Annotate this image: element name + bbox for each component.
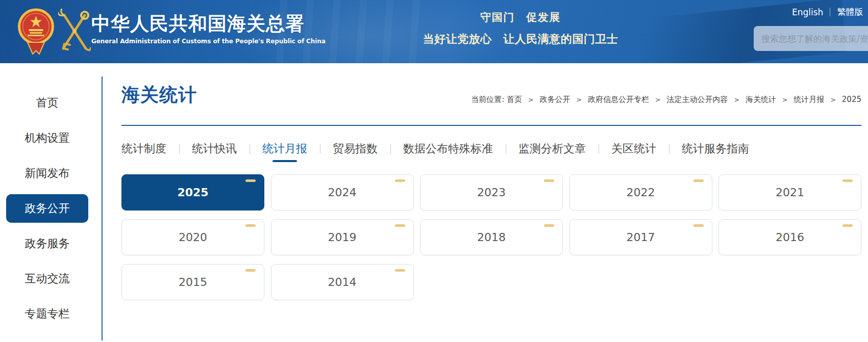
sidebar-item-gov-services[interactable]: 政务服务 — [6, 229, 88, 258]
breadcrumb-separator: > — [782, 96, 788, 103]
breadcrumb-link-customs-statistics[interactable]: 海关统计 — [746, 95, 776, 104]
site-title: 中华人民共和国海关总署 — [91, 14, 326, 34]
breadcrumb-prefix: 当前位置: — [471, 95, 504, 104]
national-emblem-icon — [17, 6, 55, 59]
year-card-2017[interactable]: 2017 — [569, 219, 712, 255]
site-branding: 中华人民共和国海关总署 General Administration of Cu… — [91, 14, 326, 45]
site-subtitle: General Administration of Customs of the… — [91, 38, 326, 45]
year-card-2020[interactable]: 2020 — [121, 219, 264, 255]
site-header: 中华人民共和国海关总署 General Administration of Cu… — [0, 0, 868, 63]
search-input[interactable] — [754, 34, 868, 44]
lang-divider — [830, 8, 830, 16]
tab-data-release-standards[interactable]: 数据公布特殊标准 — [390, 142, 506, 156]
year-card-2025[interactable]: 2025 — [121, 174, 264, 211]
sidebar-item-news[interactable]: 新闻发布 — [6, 159, 88, 188]
language-switcher: English 繁體版 — [792, 6, 868, 18]
breadcrumb-link-monthly-report[interactable]: 统计月报 — [793, 95, 824, 104]
year-card-2014[interactable]: 2014 — [271, 264, 414, 300]
breadcrumb: 当前位置: 首页 > 政务公开 > 政府信息公开专栏 > 法定主动公开内容 > … — [471, 95, 861, 104]
breadcrumb-link-gov-disclosure[interactable]: 政务公开 — [539, 95, 570, 104]
year-card-2015[interactable]: 2015 — [121, 264, 264, 300]
tab-monitoring-analysis[interactable]: 监测分析文章 — [506, 142, 599, 156]
lang-link-english[interactable]: English — [792, 7, 823, 17]
sidebar-item-gov-disclosure[interactable]: 政务公开 — [6, 194, 88, 223]
title-divider-line — [121, 125, 861, 126]
breadcrumb-separator: > — [576, 96, 582, 103]
breadcrumb-separator: > — [655, 96, 661, 103]
customs-key-caduceus-icon — [58, 9, 91, 56]
breadcrumb-link-info-disclosure-column[interactable]: 政府信息公开专栏 — [588, 95, 649, 104]
sidebar-item-home[interactable]: 首页 — [6, 89, 88, 117]
year-card-2023[interactable]: 2023 — [420, 174, 563, 211]
sidebar-item-special-topics[interactable]: 专题专栏 — [6, 300, 88, 328]
slogan-line-2: 当好让党放心 让人民满意的国门卫士 — [423, 32, 618, 47]
year-card-2022[interactable]: 2022 — [569, 174, 712, 211]
page-title: 海关统计 — [121, 83, 197, 108]
sidebar-item-interaction[interactable]: 互动交流 — [6, 265, 88, 293]
year-card-grid: 2025 2024 2023 2022 2021 2020 2019 2018 … — [121, 174, 861, 300]
breadcrumb-separator: > — [528, 96, 534, 103]
slogan-line-1: 守国门 促发展 — [423, 10, 618, 24]
year-card-2024[interactable]: 2024 — [271, 174, 414, 211]
sidebar-item-organization[interactable]: 机构设置 — [6, 124, 88, 152]
main-content: 海关统计 当前位置: 首页 > 政务公开 > 政府信息公开专栏 > 法定主动公开… — [121, 63, 861, 342]
breadcrumb-separator: > — [830, 96, 836, 103]
breadcrumb-separator: > — [734, 96, 739, 103]
breadcrumb-link-legal-disclosure[interactable]: 法定主动公开内容 — [666, 95, 728, 104]
statistics-tabs: 统计制度 统计快讯 统计月报 贸易指数 数据公布特殊标准 监测分析文章 关区统计… — [121, 142, 762, 156]
year-card-2018[interactable]: 2018 — [420, 219, 563, 255]
sidebar-nav: 首页 机构设置 新闻发布 政务公开 政务服务 互动交流 专题专栏 — [0, 63, 102, 342]
year-card-2016[interactable]: 2016 — [718, 219, 861, 255]
search-box — [754, 26, 868, 51]
lang-link-traditional-chinese[interactable]: 繁體版 — [837, 6, 863, 18]
tab-statistics-express[interactable]: 统计快讯 — [179, 142, 250, 156]
year-card-2019[interactable]: 2019 — [271, 219, 414, 255]
breadcrumb-link-home[interactable]: 首页 — [507, 95, 522, 104]
breadcrumb-current-year[interactable]: 2025 — [842, 95, 861, 104]
tab-district-statistics[interactable]: 关区统计 — [599, 142, 669, 156]
tab-statistics-system[interactable]: 统计制度 — [121, 142, 179, 156]
tab-trade-index[interactable]: 贸易指数 — [320, 142, 390, 156]
tab-statistics-service-guide[interactable]: 统计服务指南 — [669, 142, 762, 156]
tab-monthly-report[interactable]: 统计月报 — [250, 142, 320, 156]
year-card-2021[interactable]: 2021 — [718, 174, 861, 211]
sidebar-divider — [102, 76, 103, 340]
